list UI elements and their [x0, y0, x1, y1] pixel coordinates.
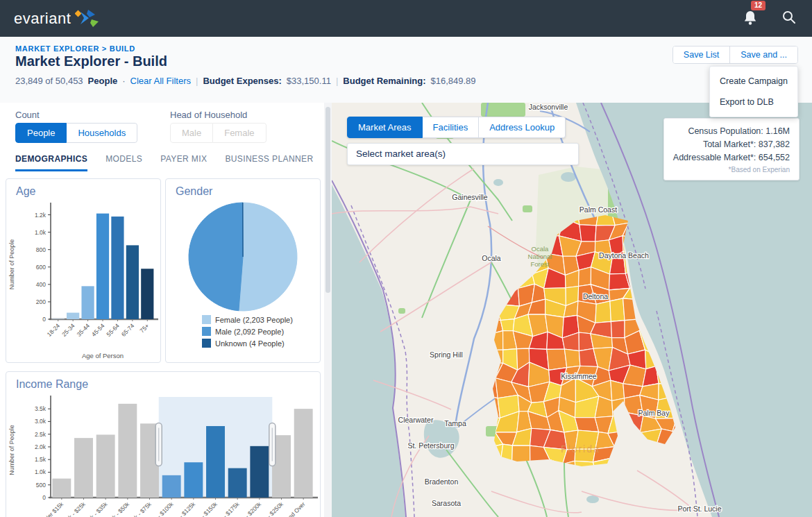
head-of-household-toggle: Male Female [170, 123, 267, 143]
income-bar[interactable] [250, 446, 269, 498]
svg-text:$25k - $35k: $25k - $35k [82, 500, 109, 517]
gender-pie-slice[interactable] [239, 203, 297, 311]
svg-text:600: 600 [36, 264, 46, 271]
city-label: Palm Bay [638, 409, 670, 417]
svg-text:2.0k: 2.0k [35, 443, 46, 450]
gender-chart-card: Gender Female (2,203 People) Male (2,092… [165, 178, 321, 363]
svg-text:Number of People: Number of People [8, 239, 15, 290]
age-bar[interactable] [81, 286, 94, 319]
age-bar[interactable] [111, 217, 124, 319]
people-label: People [88, 76, 118, 86]
market-area-polygon[interactable] [564, 349, 580, 368]
budget-remaining-value: $16,849.89 [430, 76, 475, 86]
count-toggle: People Households [15, 123, 137, 143]
city-label: Palm Coast [580, 205, 617, 214]
addressable-market: Addressable Market*: 654,552 [673, 151, 790, 164]
market-area-polygon[interactable] [595, 301, 611, 323]
age-chart-card: Age 02004006008001.0k1.2k18-2425-3435-44… [6, 178, 161, 363]
panel-scrollbar[interactable] [324, 103, 332, 517]
legend-item-unknown: Unknown (4 People) [202, 339, 293, 348]
state-label: Florida [561, 443, 600, 455]
search-icon[interactable] [781, 10, 797, 28]
save-list-button[interactable]: Save List [673, 46, 729, 63]
gender-pie-chart[interactable] [166, 198, 320, 314]
map-tab-market-areas[interactable]: Market Areas [347, 117, 423, 138]
svg-text:25-34: 25-34 [60, 322, 76, 338]
count-label: Count [15, 110, 40, 120]
count-option-households[interactable]: Households [67, 123, 137, 143]
city-label: Clearwater [398, 416, 434, 424]
svg-text:800: 800 [36, 246, 46, 253]
gender-chart-title: Gender [176, 185, 212, 198]
dot-separator: · [122, 76, 125, 86]
filters-panel: Count People Households Head of Househol… [0, 103, 324, 517]
age-bar[interactable] [141, 269, 153, 319]
save-button-group: Save List Save and ... [673, 46, 798, 64]
city-label: Deltona [583, 292, 608, 300]
hoh-option-male[interactable]: Male [170, 123, 213, 143]
head-of-household-label: Head of Household [170, 110, 247, 120]
market-area-polygon[interactable] [500, 319, 514, 331]
income-bar[interactable] [96, 434, 115, 498]
save-and-button[interactable]: Save and ... [729, 46, 797, 63]
age-bar[interactable] [126, 245, 139, 319]
tab-business-planner[interactable]: BUSINESS PLANNER [225, 154, 313, 171]
svg-text:3.0k: 3.0k [35, 418, 46, 425]
age-bar-chart[interactable]: 02004006008001.0k1.2k18-2425-3435-4445-5… [6, 200, 160, 362]
market-area-polygon[interactable] [579, 267, 591, 287]
scrollbar-thumb[interactable] [325, 107, 330, 293]
age-chart-title: Age [16, 185, 35, 198]
svg-text:1.5k: 1.5k [35, 456, 46, 463]
market-area-select[interactable]: Select market area(s) [347, 143, 579, 165]
page-header: MARKET EXPLORER > BUILD Market Explorer … [0, 37, 812, 103]
income-bar[interactable] [162, 475, 181, 498]
menu-item-create-campaign[interactable]: Create Campaign [710, 71, 797, 92]
tab-payer-mix[interactable]: PAYER MIX [160, 154, 207, 171]
breadcrumb[interactable]: MARKET EXPLORER > BUILD [15, 44, 135, 53]
city-label: Bradenton [425, 477, 459, 486]
city-label: Spring Hill [430, 350, 463, 359]
income-bar[interactable] [228, 468, 247, 498]
svg-text:1.2k: 1.2k [35, 212, 46, 219]
income-bar[interactable] [118, 404, 137, 498]
tab-models[interactable]: MODELS [105, 154, 142, 171]
svg-text:Number of People: Number of People [8, 425, 15, 475]
svg-text:$50k - $75k: $50k - $75k [126, 500, 153, 517]
tab-demographics[interactable]: DEMOGRAPHICS [15, 154, 87, 171]
age-bar[interactable] [67, 313, 79, 319]
legend-item-female: Female (2,203 People) [202, 315, 293, 324]
map-tab-address-lookup[interactable]: Address Lookup [479, 117, 566, 138]
notification-count-badge: 12 [751, 1, 766, 10]
svg-text:500: 500 [36, 482, 46, 489]
income-bar[interactable] [294, 409, 313, 498]
total-market: Total Market*: 837,382 [673, 138, 790, 151]
income-bar-chart[interactable]: 05001.0k1.5k2.0k2.5k3.0k3.5kUnder $15k$1… [6, 393, 320, 517]
income-bar[interactable] [52, 479, 71, 498]
market-explorer-app: evariant 12 [0, 0, 812, 517]
census-population: Census Population: 1.16M [673, 125, 790, 138]
income-bar[interactable] [74, 438, 93, 498]
market-area-polygon[interactable] [611, 321, 625, 338]
income-bar[interactable] [206, 426, 225, 498]
market-area-polygon[interactable] [611, 380, 625, 400]
city-label: Sarasota [432, 499, 461, 507]
people-selection-count: 23,849 of 50,453 [15, 76, 83, 86]
map-tab-facilities[interactable]: Facilities [423, 117, 480, 138]
city-label: St. Petersburg [407, 441, 454, 450]
gender-pie-slice[interactable] [189, 203, 243, 311]
age-bar[interactable] [96, 214, 109, 319]
svg-text:3.5k: 3.5k [35, 405, 46, 412]
market-area-polygon[interactable] [580, 225, 596, 241]
clear-all-filters-link[interactable]: Clear All Filters [130, 76, 191, 86]
menu-item-export-to-dlb[interactable]: Export to DLB [710, 92, 797, 112]
age-bar[interactable] [52, 319, 65, 319]
budget-expenses-value: $33,150.11 [287, 76, 331, 86]
income-bar[interactable] [184, 462, 203, 498]
evariant-logo[interactable]: evariant [14, 9, 100, 28]
notifications-bell-icon[interactable]: 12 [743, 9, 758, 28]
hoh-option-female[interactable]: Female [213, 123, 266, 143]
count-option-people[interactable]: People [15, 123, 67, 143]
market-area-polygon[interactable] [547, 349, 567, 370]
logo-text: evariant [14, 10, 71, 28]
market-area-polygon[interactable] [610, 298, 625, 322]
